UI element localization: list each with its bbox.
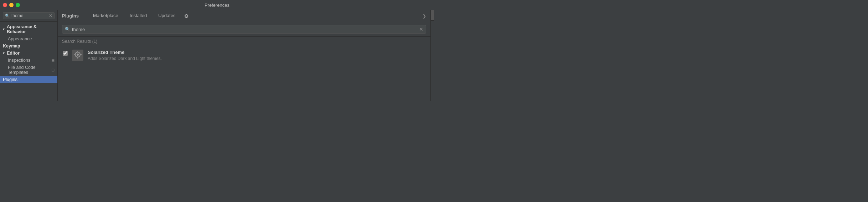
- search-icon: 🔍: [5, 14, 10, 18]
- tab-updates[interactable]: Updates: [153, 11, 181, 21]
- sidebar-item-appearance-behavior[interactable]: ▾ Appearance & Behavior: [0, 23, 57, 35]
- plugin-item-solarized-theme[interactable]: Solarized Theme Adds Solarized Dark and …: [58, 46, 430, 65]
- right-scrollbar[interactable]: [430, 10, 434, 101]
- minimize-button[interactable]: [9, 3, 14, 7]
- tab-marketplace[interactable]: Marketplace: [87, 11, 124, 21]
- svg-point-6: [77, 54, 79, 56]
- sidebar-search-clear-icon[interactable]: ✕: [49, 13, 52, 18]
- sidebar-item-label: Inspections: [8, 58, 30, 63]
- sidebar-item-label: Keymap: [3, 44, 20, 49]
- solarized-theme-icon-svg: [72, 50, 83, 61]
- plugins-title: Plugins: [62, 13, 79, 19]
- page-icon: ⊞: [51, 58, 55, 63]
- gear-icon[interactable]: ⚙: [184, 13, 189, 19]
- content-area: Plugins Marketplace Installed Updates ⚙ …: [58, 10, 430, 101]
- plugin-search-input[interactable]: [72, 27, 417, 32]
- plugin-search-wrapper[interactable]: 🔍 ✕: [62, 25, 426, 34]
- close-button[interactable]: [3, 3, 7, 7]
- window-title: Preferences: [205, 2, 229, 8]
- sidebar-item-inspections[interactable]: Inspections ⊞: [0, 57, 57, 64]
- sidebar-item-label: Appearance: [8, 36, 32, 41]
- sidebar-item-label: Editor: [7, 51, 20, 56]
- sidebar-search-box: 🔍 ✕: [0, 10, 57, 22]
- sidebar-item-appearance[interactable]: Appearance: [0, 35, 57, 42]
- plugin-enabled-checkbox[interactable]: [63, 51, 68, 56]
- sidebar-item-editor[interactable]: ▾ Editor: [0, 50, 57, 57]
- sidebar-search-wrapper[interactable]: 🔍 ✕: [3, 12, 55, 19]
- plugin-info: Solarized Theme Adds Solarized Dark and …: [88, 50, 425, 61]
- main-layout: 🔍 ✕ ▾ Appearance & Behavior Appearance K…: [0, 10, 434, 101]
- nav-tree: ▾ Appearance & Behavior Appearance Keyma…: [0, 22, 57, 101]
- plugin-name: Solarized Theme: [88, 50, 425, 55]
- title-bar: Preferences: [0, 0, 434, 10]
- plugin-search-bar: 🔍 ✕: [58, 22, 430, 37]
- plugin-search-clear-icon[interactable]: ✕: [419, 26, 423, 32]
- sidebar-item-file-code-templates[interactable]: File and Code Templates ⊞: [0, 64, 57, 76]
- page-icon: ⊞: [51, 68, 55, 72]
- scrollbar-thumb[interactable]: [431, 10, 434, 21]
- sidebar-item-plugins[interactable]: Plugins: [0, 76, 57, 83]
- sidebar-item-keymap[interactable]: Keymap: [0, 42, 57, 50]
- sidebar-search-input[interactable]: [11, 13, 47, 18]
- sidebar-item-label: Appearance & Behavior: [7, 24, 55, 34]
- scroll-right-icon[interactable]: ❯: [423, 14, 426, 19]
- chevron-down-icon: ▾: [3, 27, 5, 31]
- plugin-description: Adds Solarized Dark and Light themes.: [88, 56, 425, 61]
- chevron-down-icon: ▾: [3, 51, 5, 55]
- sidebar-item-label: Plugins: [3, 77, 17, 82]
- sidebar: 🔍 ✕ ▾ Appearance & Behavior Appearance K…: [0, 10, 58, 101]
- search-icon: 🔍: [65, 27, 70, 32]
- search-results-label: Search Results (1): [58, 37, 430, 46]
- maximize-button[interactable]: [16, 3, 20, 7]
- window-controls: [3, 3, 20, 7]
- plugins-tab-bar: Plugins Marketplace Installed Updates ⚙ …: [58, 10, 430, 22]
- sidebar-item-label: File and Code Templates: [8, 65, 50, 75]
- plugin-icon: [72, 50, 83, 61]
- tab-installed[interactable]: Installed: [124, 11, 153, 21]
